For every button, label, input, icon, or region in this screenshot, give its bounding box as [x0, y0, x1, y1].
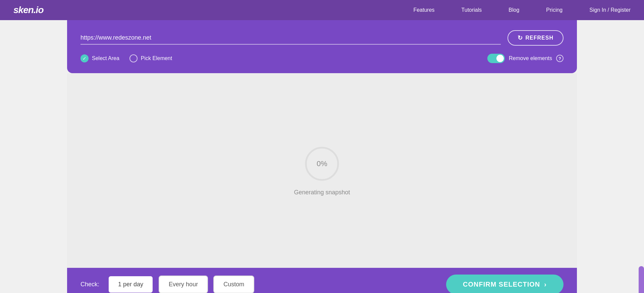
refresh-button[interactable]: ↻ REFRESH	[507, 30, 564, 46]
help-icon[interactable]: ?	[556, 55, 564, 62]
remove-elements-label: Remove elements	[509, 55, 552, 61]
pick-element-radio-icon	[129, 54, 138, 62]
select-area-option[interactable]: ✓ Select Area	[80, 54, 119, 62]
controls-row: ✓ Select Area Pick Element Remove elemen…	[80, 54, 564, 63]
select-area-label: Select Area	[92, 55, 119, 61]
pick-element-option[interactable]: Pick Element	[129, 54, 172, 62]
progress-container: 0% Generating snapshot	[294, 145, 350, 196]
remove-elements-group: Remove elements ?	[487, 54, 564, 63]
main-panel: ↻ REFRESH ✓ Select Area Pick Element Rem…	[67, 20, 577, 73]
refresh-label: REFRESH	[526, 35, 553, 41]
confirm-arrow-icon: ›	[544, 281, 547, 288]
url-input[interactable]	[80, 32, 501, 45]
select-area-check-icon: ✓	[80, 54, 89, 62]
progress-circle: 0%	[304, 145, 340, 182]
nav-features[interactable]: Features	[413, 7, 434, 13]
generating-status: Generating snapshot	[294, 189, 350, 196]
confirm-label: CONFIRM SELECTION	[463, 281, 540, 288]
confirm-selection-button[interactable]: CONFIRM SELECTION ›	[446, 275, 564, 293]
refresh-icon: ↻	[518, 34, 523, 42]
nav-links: Features Tutorials Blog Pricing Sign In …	[413, 7, 631, 13]
content-area: 0% Generating snapshot	[67, 73, 577, 268]
logo[interactable]: sken.io	[13, 5, 43, 15]
nav-pricing[interactable]: Pricing	[546, 7, 562, 13]
bottom-bar: Check: 1 per day Every hour Custom CONFI…	[67, 268, 577, 293]
nav-blog[interactable]: Blog	[508, 7, 519, 13]
remove-elements-toggle[interactable]	[487, 54, 505, 63]
progress-percent: 0%	[317, 159, 327, 168]
check-label: Check:	[80, 281, 99, 288]
scroll-indicator[interactable]	[639, 266, 644, 293]
frequency-1-per-day[interactable]: 1 per day	[108, 276, 153, 293]
frequency-every-hour[interactable]: Every hour	[159, 276, 208, 293]
pick-element-label: Pick Element	[141, 55, 172, 61]
frequency-custom[interactable]: Custom	[213, 276, 254, 293]
nav-signin[interactable]: Sign In / Register	[589, 7, 631, 13]
url-row: ↻ REFRESH	[80, 30, 564, 46]
nav-tutorials[interactable]: Tutorials	[462, 7, 482, 13]
navbar: sken.io Features Tutorials Blog Pricing …	[0, 0, 644, 20]
